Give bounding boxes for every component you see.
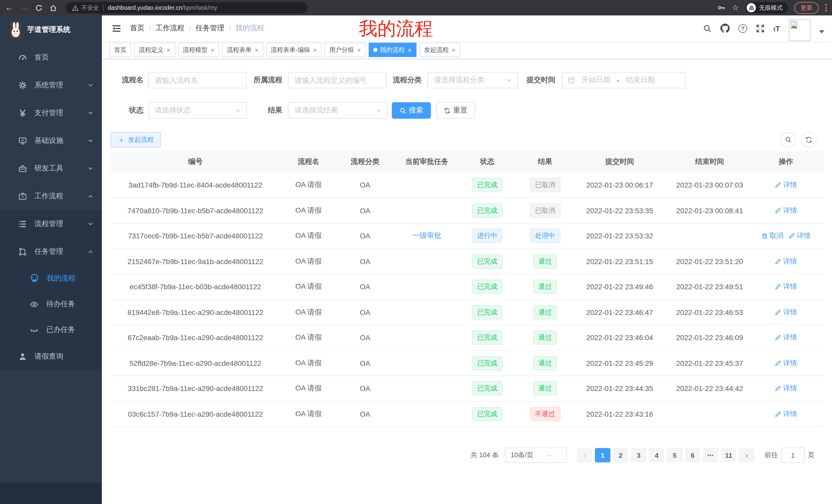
- pen-icon: [775, 182, 781, 188]
- prev-page-button[interactable]: ‹: [577, 448, 592, 463]
- date-range-picker[interactable]: 开始日期 - 结束日期: [562, 72, 685, 88]
- github-icon[interactable]: [721, 24, 730, 33]
- sidebar-item-dev-tools[interactable]: 研发工具: [0, 155, 102, 183]
- search-icon[interactable]: [703, 24, 712, 33]
- process-id-input[interactable]: [288, 76, 386, 84]
- process-category: OA: [360, 257, 370, 265]
- detail-action-link[interactable]: 详情: [775, 333, 797, 342]
- current-task-link[interactable]: 一级审批: [412, 231, 441, 240]
- close-tab-icon[interactable]: ×: [357, 47, 361, 53]
- detail-action-link[interactable]: 详情: [775, 282, 797, 291]
- sidebar-item-process-mgmt[interactable]: 流程管理: [0, 210, 102, 238]
- detail-action-link[interactable]: 详情: [775, 359, 797, 368]
- breadcrumb-home[interactable]: 首页: [130, 24, 145, 33]
- sidebar-item-infrastructure[interactable]: 基础设施: [0, 127, 102, 155]
- password-key-icon[interactable]: [717, 4, 725, 12]
- fullscreen-icon[interactable]: [756, 24, 765, 33]
- cancel-action-link[interactable]: 取消: [761, 231, 783, 241]
- page-size-select[interactable]: 10条/页: [505, 447, 567, 463]
- tab-process-form[interactable]: 流程表单×: [222, 43, 263, 57]
- tab-label: 流程模型: [183, 46, 207, 54]
- page-button-2[interactable]: 2: [613, 448, 628, 463]
- address-bar[interactable]: 不安全 dashboard.yudao.iocoder.cn/bpm/task/…: [66, 2, 308, 13]
- detail-action-link[interactable]: 详情: [775, 308, 797, 317]
- chevron-down-icon: [87, 110, 94, 116]
- result-select[interactable]: 请选择流结果: [288, 102, 388, 119]
- goto-page-input[interactable]: [781, 447, 805, 463]
- filter-result-label: 结果: [253, 106, 282, 115]
- breadcrumb-current: 我的流程: [235, 24, 264, 33]
- column-header: 操作: [756, 157, 816, 166]
- sidebar-item-system-mgmt[interactable]: 系统管理: [0, 72, 102, 99]
- filter-name-label: 流程名: [110, 76, 144, 85]
- tab-home[interactable]: 首页: [109, 43, 131, 57]
- sidebar-item-todo-tasks[interactable]: 待办任务: [0, 291, 102, 317]
- chevron-down-icon[interactable]: [819, 30, 824, 33]
- process-name-input[interactable]: [149, 76, 246, 84]
- detail-action-link[interactable]: 详情: [775, 180, 797, 190]
- page-button-3[interactable]: 3: [631, 448, 646, 463]
- font-size-icon[interactable]: tT: [773, 24, 780, 33]
- process-name: OA 请假: [295, 410, 322, 418]
- close-tab-icon[interactable]: ×: [166, 47, 171, 53]
- back-icon[interactable]: ←: [5, 3, 14, 12]
- start-process-button[interactable]: ＋ 发起流程: [110, 132, 161, 147]
- sidebar-item-leave-query[interactable]: 请假查询: [0, 343, 102, 370]
- close-tab-icon[interactable]: ×: [452, 47, 456, 53]
- gear-icon: [19, 81, 27, 89]
- breadcrumb-workflow[interactable]: 工作流程: [156, 24, 184, 33]
- detail-action-link[interactable]: 详情: [788, 231, 811, 241]
- forward-icon[interactable]: →: [20, 3, 28, 12]
- close-tab-icon[interactable]: ×: [255, 47, 258, 53]
- sidebar-item-task-mgmt[interactable]: 任务管理: [0, 238, 102, 265]
- url-text: dashboard.yudao.iocoder.cn/bpm/task/my: [108, 5, 217, 11]
- status-badge: 已完成: [472, 305, 502, 319]
- next-page-button[interactable]: ›: [739, 448, 754, 463]
- page-button-4[interactable]: 4: [649, 448, 665, 463]
- browser-menu-icon[interactable]: [825, 4, 827, 11]
- tab-user-group[interactable]: 用户分组×: [325, 43, 366, 57]
- detail-action-link[interactable]: 详情: [775, 384, 797, 393]
- page-button-11[interactable]: 11: [721, 448, 736, 463]
- reload-icon[interactable]: [35, 4, 43, 11]
- status-badge: 进行中: [472, 229, 502, 243]
- close-tab-icon[interactable]: ×: [313, 47, 317, 53]
- reset-button[interactable]: 重置: [436, 102, 475, 119]
- sidebar-item-done-tasks[interactable]: 已办任务: [0, 317, 102, 343]
- tab-process-definition[interactable]: 流程定义×: [134, 43, 175, 57]
- avatar[interactable]: [789, 20, 810, 41]
- page-button-1[interactable]: 1: [595, 448, 610, 463]
- status-select[interactable]: 请选择状态: [148, 102, 247, 119]
- page-button-5[interactable]: 5: [667, 448, 682, 463]
- tab-label: 我的流程: [380, 46, 405, 54]
- help-icon[interactable]: ?: [738, 24, 747, 33]
- more-pages-button[interactable]: •••: [703, 448, 718, 463]
- home-icon[interactable]: [49, 4, 57, 11]
- end-time: 2022-01-22 23:45:37: [676, 359, 743, 367]
- sidebar-item-my-process[interactable]: 我的流程: [0, 265, 102, 291]
- refresh-table-button[interactable]: [801, 132, 816, 147]
- detail-action-link[interactable]: 详情: [775, 410, 797, 419]
- sidebar-item-home[interactable]: 首页: [0, 44, 102, 72]
- show-search-button[interactable]: [781, 132, 796, 147]
- bookmark-star-icon[interactable]: ☆: [732, 3, 739, 12]
- tab-start-process[interactable]: 发起流程×: [419, 43, 460, 57]
- close-tab-icon[interactable]: ×: [408, 47, 412, 53]
- sidebar-item-workflow[interactable]: 工作流程: [0, 183, 102, 210]
- breadcrumb-task-mgmt[interactable]: 任务管理: [196, 24, 225, 33]
- close-tab-icon[interactable]: ×: [211, 47, 214, 53]
- breadcrumb: 首页 / 工作流程 / 任务管理 / 我的流程: [130, 24, 264, 33]
- search-button[interactable]: 搜索: [392, 102, 431, 119]
- detail-action-link[interactable]: 详情: [775, 257, 797, 266]
- tab-process-model[interactable]: 流程模型×: [178, 43, 219, 57]
- tab-process-form-edit[interactable]: 流程表单-编辑×: [266, 43, 322, 57]
- sidebar-item-payment-mgmt[interactable]: 支付管理: [0, 99, 102, 127]
- category-select[interactable]: 请选择流程分类: [427, 72, 518, 88]
- security-status[interactable]: 不安全: [72, 4, 99, 11]
- hamburger-icon[interactable]: [111, 23, 121, 33]
- update-button[interactable]: 更新: [795, 2, 818, 13]
- detail-action-link[interactable]: 详情: [775, 206, 797, 215]
- page-button-6[interactable]: 6: [685, 448, 700, 463]
- tab-my-process[interactable]: 我的流程×: [369, 43, 416, 57]
- screen: ← → 不安全 dashboard.yudao.iocoder.cn/bpm/t…: [0, 0, 832, 504]
